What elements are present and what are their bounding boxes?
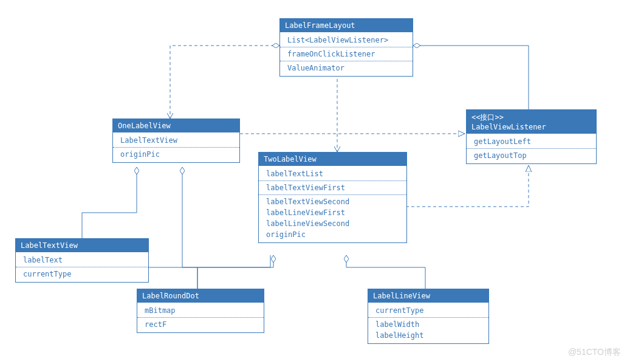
- attr: labelWidth: [375, 319, 481, 330]
- attr: mBitmap: [145, 305, 256, 316]
- class-title: TwoLabelView: [259, 153, 406, 166]
- attr: labelLineViewSecond: [266, 218, 399, 229]
- class-title: LabelTextView: [16, 239, 148, 252]
- class-LabelViewListener: <<接口>> LabelViewListener getLayoutLeft g…: [466, 109, 597, 164]
- attr: List<LabelViewListener>: [287, 35, 405, 46]
- attr: labelLineViewFirst: [266, 207, 399, 218]
- class-LabelTextView: LabelTextView labelText currentType: [15, 238, 149, 283]
- attr: labelTextViewFirst: [266, 182, 399, 193]
- attr: ValueAnimator: [287, 63, 405, 74]
- attr: originPic: [120, 149, 232, 160]
- attr: LabelTextView: [120, 135, 232, 146]
- attr: currentType: [23, 269, 141, 280]
- class-title: OneLabelView: [113, 119, 239, 132]
- class-title: LabelFrameLayout: [280, 19, 413, 32]
- attr: labelHeight: [375, 330, 481, 341]
- watermark: @51CTO博客: [568, 347, 621, 358]
- attr: labelText: [23, 255, 141, 266]
- class-TwoLabelView: TwoLabelView labelTextList labelTextView…: [258, 152, 407, 243]
- class-title: LabelLineView: [368, 289, 488, 303]
- attr: getLayoutTop: [474, 150, 589, 161]
- attr: frameOnClickListener: [287, 49, 405, 60]
- stereotype: <<接口>>: [471, 112, 591, 123]
- attr: getLayoutLeft: [474, 136, 589, 147]
- attr: labelTextViewSecond: [266, 196, 399, 207]
- class-name: LabelViewListener: [471, 123, 591, 131]
- class-title: <<接口>> LabelViewListener: [467, 110, 596, 134]
- class-title: LabelRoundDot: [137, 289, 264, 303]
- class-LabelRoundDot: LabelRoundDot mBitmap rectF: [137, 289, 264, 333]
- attr: currentType: [375, 305, 481, 316]
- attr: rectF: [145, 319, 256, 330]
- attr: originPic: [266, 229, 399, 240]
- class-OneLabelView: OneLabelView LabelTextView originPic: [112, 118, 240, 163]
- attr: labelTextList: [266, 168, 399, 179]
- class-LabelLineView: LabelLineView currentType labelWidth lab…: [368, 289, 489, 344]
- class-LabelFrameLayout: LabelFrameLayout List<LabelViewListener>…: [279, 18, 413, 77]
